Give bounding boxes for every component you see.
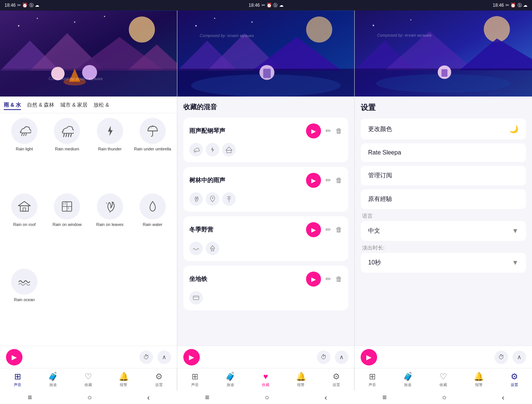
sound-rain-medium[interactable]: Rain medium <box>47 118 87 190</box>
mix-header-4: 坐地铁 ▶ ✏ 🗑 <box>189 272 342 287</box>
timer-button-3[interactable]: ⏱ <box>495 351 508 364</box>
signal-icons: ✂ ⏰ ⓑ ☁ <box>17 2 39 9</box>
player-bar-3: ▶ ⏱ ∧ <box>355 346 532 368</box>
nav-settings-icon-2: ⚙ <box>333 372 340 382</box>
time-display-3: 18:46 <box>493 3 504 8</box>
nav-favorites-1[interactable]: ♡ 收藏 <box>71 368 106 391</box>
sound-rain-roof[interactable]: Rain on roof <box>4 193 44 266</box>
nav-journey-icon-2: 🧳 <box>225 372 235 382</box>
settings-rate[interactable]: Rate Sleepa <box>361 143 526 162</box>
nav-journey-2[interactable]: 🧳 旅途 <box>213 368 248 391</box>
play-button-3[interactable]: ▶ <box>361 349 377 365</box>
mix-edit-4[interactable]: ✏ <box>325 275 331 283</box>
settings-rate-label: Rate Sleepa <box>368 149 519 156</box>
nav-settings-label-3: 设置 <box>511 382 518 388</box>
nav-settings-1[interactable]: ⚙ 设置 <box>141 368 177 391</box>
time-display-2: 18:46 <box>248 3 260 8</box>
android-back-2[interactable]: ‹ <box>324 393 327 402</box>
nav-sounds-2[interactable]: ⊞ 声音 <box>177 368 213 391</box>
mix-delete-3[interactable]: 🗑 <box>336 226 342 234</box>
svg-line-26 <box>149 128 149 129</box>
timer-button-1[interactable]: ⏱ <box>140 351 153 364</box>
nav-journey-1[interactable]: 🧳 旅途 <box>35 368 70 391</box>
android-menu-2[interactable]: ≡ <box>205 393 210 402</box>
android-home-3[interactable]: ○ <box>442 393 446 402</box>
mix-play-2[interactable]: ▶ <box>306 173 321 188</box>
android-menu-1[interactable]: ≡ <box>28 393 32 402</box>
settings-change-color[interactable]: 更改颜色 🌙 <box>361 119 526 140</box>
svg-point-3 <box>37 18 38 19</box>
nav-favorites-3[interactable]: ♡ 收藏 <box>426 368 461 391</box>
play-button-2[interactable]: ▶ <box>183 349 200 365</box>
nav-alarm-label-3: 报警 <box>475 382 483 388</box>
nav-alarm-2[interactable]: 🔔 报警 <box>283 368 318 391</box>
mix-play-4[interactable]: ▶ <box>306 272 321 287</box>
android-home-1[interactable]: ○ <box>87 393 92 402</box>
nav-sounds-3[interactable]: ⊞ 声音 <box>355 368 390 391</box>
expand-button-3[interactable]: ∧ <box>513 351 526 364</box>
play-button-1[interactable]: ▶ <box>6 349 22 365</box>
nav-favorites-2[interactable]: ♥ 收藏 <box>248 368 283 391</box>
nav-alarm-1[interactable]: 🔔 报警 <box>106 368 141 391</box>
settings-subscription[interactable]: 管理订阅 <box>361 166 526 186</box>
svg-point-4 <box>74 21 76 22</box>
nav-journey-3[interactable]: 🧳 旅途 <box>390 368 426 391</box>
mix-chip-1c <box>222 143 236 156</box>
fadeout-section-label: 淡出时长: <box>361 245 526 251</box>
mix-chip-1a <box>189 143 203 156</box>
mix-delete-4[interactable]: 🗑 <box>336 275 342 283</box>
nav-section-1: ⊞ 声音 🧳 旅途 ♡ 收藏 🔔 报警 ⚙ 设置 <box>0 368 177 391</box>
nav-journey-label-3: 旅途 <box>404 382 412 388</box>
sound-rain-ocean[interactable]: Rain ocean <box>4 269 44 341</box>
player-bar-1: ▶ ⏱ ∧ <box>0 346 177 368</box>
nav-settings-2[interactable]: ⚙ 设置 <box>319 368 354 391</box>
settings-fadeout-select[interactable]: 10秒 ▼ <box>361 253 526 273</box>
hero-2: Composed by: erхат музыка <box>177 10 354 97</box>
mix-delete-1[interactable]: 🗑 <box>336 127 342 135</box>
rain-roof-label: Rain on roof <box>13 222 36 227</box>
sound-rain-leaves[interactable]: Rain on leaves <box>90 193 130 266</box>
android-menu-3[interactable]: ≡ <box>382 393 387 402</box>
expand-button-2[interactable]: ∧ <box>335 351 348 364</box>
sound-rain-thunder[interactable]: Rain thunder <box>90 118 130 190</box>
status-bar: 18:46 ✂ ⏰ ⓑ ☁ 18:46 ✂ ⏰ ⓑ ☁ 18:46 ✂ ⏰ ⓑ … <box>0 0 532 10</box>
sound-rain-umbrella[interactable]: Rain under umbrella <box>133 118 172 190</box>
android-back-1[interactable]: ‹ <box>147 393 150 402</box>
tab-nature-forest[interactable]: 自然 & 森林 <box>27 101 54 110</box>
mix-header-2: 树林中的雨声 ▶ ✏ 🗑 <box>189 173 342 188</box>
expand-button-1[interactable]: ∧ <box>158 351 171 364</box>
mix-edit-3[interactable]: ✏ <box>325 226 331 234</box>
tab-rain-water[interactable]: 雨 & 水 <box>4 101 21 110</box>
nav-journey-label-1: 旅途 <box>49 382 57 388</box>
settings-experience[interactable]: 原有經驗 <box>361 189 526 209</box>
nav-section-2: ⊞ 声音 🧳 旅途 ♥ 收藏 🔔 报警 ⚙ 设置 <box>177 368 354 391</box>
bottom-nav-2: ⊞ 声音 🧳 旅途 ♥ 收藏 🔔 报警 ⚙ 设置 <box>177 368 354 391</box>
svg-text:Composed by: erхат музыка: Composed by: erхат музыка <box>200 33 254 37</box>
android-home-2[interactable]: ○ <box>265 393 269 402</box>
settings-language-select[interactable]: 中文 ▼ <box>361 221 526 241</box>
language-section-label: 语言 <box>361 213 526 220</box>
nav-alarm-3[interactable]: 🔔 报警 <box>461 368 496 391</box>
mix-play-3[interactable]: ▶ <box>306 222 321 237</box>
nav-sounds-label-3: 声音 <box>369 382 376 388</box>
sound-rain-water[interactable]: Rain water <box>133 193 172 266</box>
mix-play-1[interactable]: ▶ <box>306 123 321 138</box>
nav-sounds-1[interactable]: ⊞ 声音 <box>0 368 35 391</box>
tab-city-home[interactable]: 城市 & 家居 <box>60 101 88 110</box>
svg-point-63 <box>484 16 510 42</box>
tab-relax[interactable]: 放松 & <box>94 101 109 110</box>
mix-delete-2[interactable]: 🗑 <box>336 177 342 184</box>
mix-name-1: 雨声配钢琴声 <box>189 127 306 135</box>
timer-button-2[interactable]: ⏱ <box>317 351 330 364</box>
mix-edit-1[interactable]: ✏ <box>325 127 331 135</box>
svg-point-2 <box>18 25 19 26</box>
favorites-list: 收藏的混音 雨声配钢琴声 ▶ ✏ 🗑 <box>177 97 354 346</box>
mix-actions-4: ▶ ✏ 🗑 <box>306 272 342 287</box>
nav-settings-3[interactable]: ⚙ 设置 <box>496 368 532 391</box>
rain-roof-icon <box>11 193 37 220</box>
mix-edit-2[interactable]: ✏ <box>325 176 331 184</box>
sound-rain-light[interactable]: Rain light <box>4 118 44 190</box>
android-back-3[interactable]: ‹ <box>502 393 504 402</box>
svg-marker-28 <box>18 201 30 206</box>
sound-rain-window[interactable]: Rain on window <box>47 193 87 266</box>
